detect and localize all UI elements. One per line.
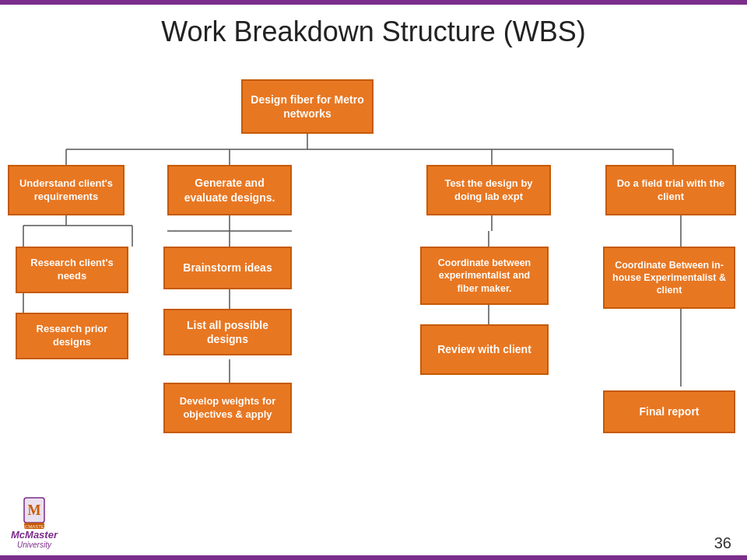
top-bar bbox=[0, 0, 747, 5]
wbs-diagram: Design fiber for Metro networks Understa… bbox=[0, 56, 747, 530]
field-trial-box: Do a field trial with the client bbox=[605, 165, 736, 215]
svg-text:M: M bbox=[27, 502, 40, 518]
brainstorm-ideas-box: Brainstorm ideas bbox=[163, 247, 292, 289]
logo-name: McMaster bbox=[11, 529, 58, 541]
research-client-needs-box: Research client's needs bbox=[16, 247, 128, 293]
review-with-client-box: Review with client bbox=[420, 324, 549, 375]
university-logo: M MCMASTER McMaster University bbox=[11, 496, 58, 549]
list-possible-designs-box: List all possible designs bbox=[163, 309, 292, 355]
final-report-box: Final report bbox=[603, 390, 735, 433]
understand-box: Understand client's requirements bbox=[8, 165, 124, 215]
generate-box: Generate and evaluate designs. bbox=[167, 165, 292, 215]
coordinate-experimentalist-box: Coordinate between experimentalist and f… bbox=[420, 247, 549, 305]
research-prior-designs-box: Research prior designs bbox=[16, 313, 128, 359]
mcmaster-crest: M MCMASTER bbox=[19, 496, 49, 529]
coordinate-inhouse-box: Coordinate Between in-house Experimental… bbox=[603, 247, 735, 309]
bottom-bar bbox=[0, 555, 747, 560]
logo-subtitle: University bbox=[17, 541, 51, 549]
page-title: Work Breakdown Structure (WBS) bbox=[0, 16, 747, 48]
root-box: Design fiber for Metro networks bbox=[241, 79, 374, 134]
test-box: Test the design by doing lab expt bbox=[426, 165, 551, 215]
page-number: 36 bbox=[714, 534, 731, 552]
develop-weights-box: Develop weights for objectives & apply bbox=[163, 383, 292, 433]
